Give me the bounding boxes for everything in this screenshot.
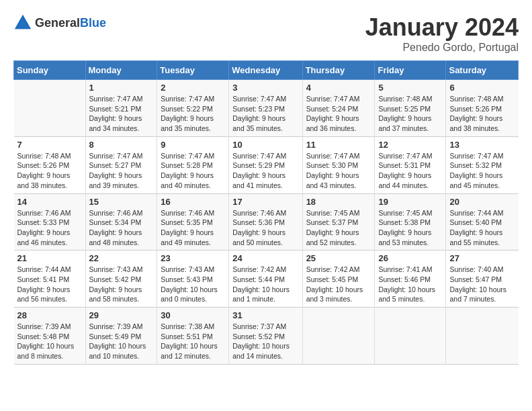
logo-icon [13,13,32,32]
day-number: 27 [449,253,515,263]
title-block: January 2024 Penedo Gordo, Portugal [365,13,519,54]
day-info: Sunrise: 7:45 AMSunset: 5:37 PMDaylight:… [306,208,371,248]
weekday-header-sunday: Sunday [14,61,86,80]
calendar-cell: 16Sunrise: 7:46 AMSunset: 5:35 PMDayligh… [157,193,229,250]
day-number: 8 [89,140,154,150]
day-number: 2 [161,83,225,93]
calendar-cell: 5Sunrise: 7:48 AMSunset: 5:25 PMDaylight… [375,80,446,137]
day-number: 1 [89,83,154,93]
day-info: Sunrise: 7:48 AMSunset: 5:26 PMDaylight:… [17,151,82,191]
day-number: 4 [306,83,371,93]
calendar-week-row: 28Sunrise: 7:39 AMSunset: 5:48 PMDayligh… [14,308,519,365]
calendar-cell: 27Sunrise: 7:40 AMSunset: 5:47 PMDayligh… [446,250,519,308]
calendar-week-row: 7Sunrise: 7:48 AMSunset: 5:26 PMDaylight… [14,136,519,193]
day-number: 14 [17,197,82,207]
day-info: Sunrise: 7:46 AMSunset: 5:34 PMDaylight:… [89,208,154,248]
day-number: 5 [378,83,442,93]
calendar-cell [446,308,519,365]
day-info: Sunrise: 7:37 AMSunset: 5:52 PMDaylight:… [232,322,298,361]
calendar-cell: 29Sunrise: 7:39 AMSunset: 5:49 PMDayligh… [85,308,157,365]
location-subtitle: Penedo Gordo, Portugal [365,42,519,54]
logo: General Blue [13,13,106,32]
day-info: Sunrise: 7:47 AMSunset: 5:30 PMDaylight:… [306,151,371,191]
day-info: Sunrise: 7:42 AMSunset: 5:44 PMDaylight:… [232,265,298,304]
day-number: 6 [449,83,515,93]
calendar-cell: 25Sunrise: 7:42 AMSunset: 5:45 PMDayligh… [302,250,375,308]
calendar-cell: 3Sunrise: 7:47 AMSunset: 5:23 PMDaylight… [229,80,302,137]
calendar-cell: 11Sunrise: 7:47 AMSunset: 5:30 PMDayligh… [302,136,375,193]
day-info: Sunrise: 7:44 AMSunset: 5:41 PMDaylight:… [17,265,82,304]
day-info: Sunrise: 7:47 AMSunset: 5:27 PMDaylight:… [89,151,154,191]
calendar-cell [302,308,375,365]
logo-blue-text: Blue [80,16,106,30]
calendar-cell: 10Sunrise: 7:47 AMSunset: 5:29 PMDayligh… [229,136,302,193]
calendar-cell: 21Sunrise: 7:44 AMSunset: 5:41 PMDayligh… [14,250,86,308]
calendar-cell: 13Sunrise: 7:47 AMSunset: 5:32 PMDayligh… [446,136,519,193]
day-number: 29 [89,310,154,320]
day-info: Sunrise: 7:47 AMSunset: 5:29 PMDaylight:… [232,151,298,191]
day-number: 15 [89,197,154,207]
day-number: 25 [306,253,371,263]
calendar-cell: 17Sunrise: 7:46 AMSunset: 5:36 PMDayligh… [229,193,302,250]
month-year-title: January 2024 [365,13,519,42]
calendar-week-row: 21Sunrise: 7:44 AMSunset: 5:41 PMDayligh… [14,250,519,308]
day-info: Sunrise: 7:40 AMSunset: 5:47 PMDaylight:… [449,265,515,304]
weekday-header-thursday: Thursday [302,61,375,80]
calendar-cell: 26Sunrise: 7:41 AMSunset: 5:46 PMDayligh… [375,250,446,308]
day-number: 19 [378,197,442,207]
day-info: Sunrise: 7:47 AMSunset: 5:28 PMDaylight:… [161,151,225,191]
day-info: Sunrise: 7:39 AMSunset: 5:49 PMDaylight:… [89,322,154,361]
weekday-header-monday: Monday [85,61,157,80]
calendar-cell: 19Sunrise: 7:45 AMSunset: 5:38 PMDayligh… [375,193,446,250]
day-number: 20 [449,197,515,207]
day-number: 11 [306,140,371,150]
calendar-week-row: 14Sunrise: 7:46 AMSunset: 5:33 PMDayligh… [14,193,519,250]
day-info: Sunrise: 7:47 AMSunset: 5:21 PMDaylight:… [89,94,154,134]
day-number: 24 [232,253,298,263]
day-number: 3 [232,83,298,93]
day-info: Sunrise: 7:48 AMSunset: 5:25 PMDaylight:… [378,94,442,134]
day-info: Sunrise: 7:39 AMSunset: 5:48 PMDaylight:… [17,322,82,361]
day-info: Sunrise: 7:42 AMSunset: 5:45 PMDaylight:… [306,265,371,304]
calendar-cell [375,308,446,365]
day-info: Sunrise: 7:41 AMSunset: 5:46 PMDaylight:… [378,265,442,304]
day-info: Sunrise: 7:46 AMSunset: 5:36 PMDaylight:… [232,208,298,248]
weekday-header-row: SundayMondayTuesdayWednesdayThursdayFrid… [14,61,519,80]
calendar-cell: 20Sunrise: 7:44 AMSunset: 5:40 PMDayligh… [446,193,519,250]
calendar-cell: 18Sunrise: 7:45 AMSunset: 5:37 PMDayligh… [302,193,375,250]
calendar-table: SundayMondayTuesdayWednesdayThursdayFrid… [13,60,519,365]
calendar-cell: 6Sunrise: 7:48 AMSunset: 5:26 PMDaylight… [446,80,519,137]
calendar-cell: 23Sunrise: 7:43 AMSunset: 5:43 PMDayligh… [157,250,229,308]
calendar-cell: 2Sunrise: 7:47 AMSunset: 5:22 PMDaylight… [157,80,229,137]
day-info: Sunrise: 7:38 AMSunset: 5:51 PMDaylight:… [161,322,225,361]
day-number: 7 [17,140,82,150]
calendar-cell [14,80,86,137]
day-info: Sunrise: 7:45 AMSunset: 5:38 PMDaylight:… [378,208,442,248]
day-number: 21 [17,253,82,263]
page-header: General Blue January 2024 Penedo Gordo, … [13,13,519,54]
day-number: 13 [449,140,515,150]
day-info: Sunrise: 7:46 AMSunset: 5:35 PMDaylight:… [161,208,225,248]
calendar-cell: 15Sunrise: 7:46 AMSunset: 5:34 PMDayligh… [85,193,157,250]
calendar-cell: 28Sunrise: 7:39 AMSunset: 5:48 PMDayligh… [14,308,86,365]
day-number: 28 [17,310,82,320]
calendar-cell: 30Sunrise: 7:38 AMSunset: 5:51 PMDayligh… [157,308,229,365]
weekday-header-wednesday: Wednesday [229,61,302,80]
day-number: 26 [378,253,442,263]
weekday-header-saturday: Saturday [446,61,519,80]
day-info: Sunrise: 7:47 AMSunset: 5:22 PMDaylight:… [161,94,225,134]
calendar-cell: 7Sunrise: 7:48 AMSunset: 5:26 PMDaylight… [14,136,86,193]
day-info: Sunrise: 7:47 AMSunset: 5:32 PMDaylight:… [449,151,515,191]
day-info: Sunrise: 7:48 AMSunset: 5:26 PMDaylight:… [449,94,515,134]
day-number: 18 [306,197,371,207]
weekday-header-friday: Friday [375,61,446,80]
day-number: 17 [232,197,298,207]
day-number: 12 [378,140,442,150]
calendar-cell: 12Sunrise: 7:47 AMSunset: 5:31 PMDayligh… [375,136,446,193]
day-info: Sunrise: 7:47 AMSunset: 5:23 PMDaylight:… [232,94,298,134]
day-info: Sunrise: 7:47 AMSunset: 5:24 PMDaylight:… [306,94,371,134]
calendar-cell: 4Sunrise: 7:47 AMSunset: 5:24 PMDaylight… [302,80,375,137]
day-number: 30 [161,310,225,320]
weekday-header-tuesday: Tuesday [157,61,229,80]
calendar-cell: 8Sunrise: 7:47 AMSunset: 5:27 PMDaylight… [85,136,157,193]
